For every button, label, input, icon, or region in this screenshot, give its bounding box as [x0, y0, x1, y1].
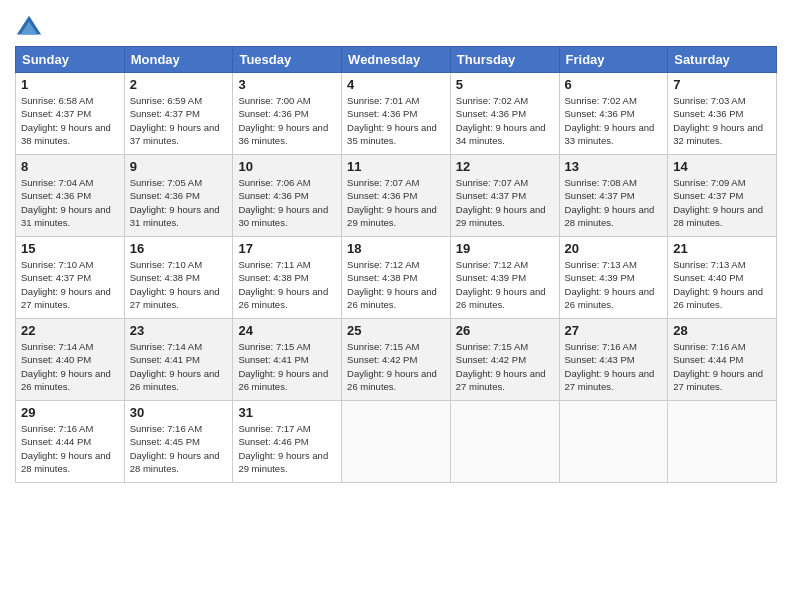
day-number: 15 [21, 241, 119, 256]
day-info: Sunrise: 6:58 AM Sunset: 4:37 PM Dayligh… [21, 94, 119, 147]
calendar-cell: 3 Sunrise: 7:00 AM Sunset: 4:36 PM Dayli… [233, 73, 342, 155]
day-number: 24 [238, 323, 336, 338]
day-number: 21 [673, 241, 771, 256]
day-number: 19 [456, 241, 554, 256]
calendar-cell [342, 401, 451, 483]
calendar-week-row: 8 Sunrise: 7:04 AM Sunset: 4:36 PM Dayli… [16, 155, 777, 237]
day-number: 26 [456, 323, 554, 338]
day-number: 28 [673, 323, 771, 338]
day-info: Sunrise: 7:16 AM Sunset: 4:44 PM Dayligh… [673, 340, 771, 393]
calendar-header-saturday: Saturday [668, 47, 777, 73]
day-info: Sunrise: 7:10 AM Sunset: 4:37 PM Dayligh… [21, 258, 119, 311]
day-number: 13 [565, 159, 663, 174]
calendar-cell: 20 Sunrise: 7:13 AM Sunset: 4:39 PM Dayl… [559, 237, 668, 319]
calendar-header-tuesday: Tuesday [233, 47, 342, 73]
day-info: Sunrise: 7:15 AM Sunset: 4:42 PM Dayligh… [347, 340, 445, 393]
day-info: Sunrise: 7:05 AM Sunset: 4:36 PM Dayligh… [130, 176, 228, 229]
day-info: Sunrise: 7:06 AM Sunset: 4:36 PM Dayligh… [238, 176, 336, 229]
calendar-cell: 16 Sunrise: 7:10 AM Sunset: 4:38 PM Dayl… [124, 237, 233, 319]
day-info: Sunrise: 7:15 AM Sunset: 4:41 PM Dayligh… [238, 340, 336, 393]
calendar-cell: 27 Sunrise: 7:16 AM Sunset: 4:43 PM Dayl… [559, 319, 668, 401]
day-number: 20 [565, 241, 663, 256]
day-number: 29 [21, 405, 119, 420]
calendar-week-row: 22 Sunrise: 7:14 AM Sunset: 4:40 PM Dayl… [16, 319, 777, 401]
day-info: Sunrise: 7:02 AM Sunset: 4:36 PM Dayligh… [456, 94, 554, 147]
calendar-header-row: SundayMondayTuesdayWednesdayThursdayFrid… [16, 47, 777, 73]
calendar-cell: 5 Sunrise: 7:02 AM Sunset: 4:36 PM Dayli… [450, 73, 559, 155]
day-number: 12 [456, 159, 554, 174]
day-number: 16 [130, 241, 228, 256]
calendar-cell: 1 Sunrise: 6:58 AM Sunset: 4:37 PM Dayli… [16, 73, 125, 155]
page-container: SundayMondayTuesdayWednesdayThursdayFrid… [0, 0, 792, 488]
header [15, 10, 777, 42]
calendar-cell: 26 Sunrise: 7:15 AM Sunset: 4:42 PM Dayl… [450, 319, 559, 401]
day-info: Sunrise: 7:12 AM Sunset: 4:39 PM Dayligh… [456, 258, 554, 311]
day-number: 17 [238, 241, 336, 256]
day-info: Sunrise: 7:16 AM Sunset: 4:43 PM Dayligh… [565, 340, 663, 393]
calendar-cell: 18 Sunrise: 7:12 AM Sunset: 4:38 PM Dayl… [342, 237, 451, 319]
calendar-week-row: 1 Sunrise: 6:58 AM Sunset: 4:37 PM Dayli… [16, 73, 777, 155]
calendar-cell [450, 401, 559, 483]
day-number: 9 [130, 159, 228, 174]
day-number: 23 [130, 323, 228, 338]
day-info: Sunrise: 7:14 AM Sunset: 4:40 PM Dayligh… [21, 340, 119, 393]
calendar-cell: 28 Sunrise: 7:16 AM Sunset: 4:44 PM Dayl… [668, 319, 777, 401]
day-number: 14 [673, 159, 771, 174]
day-number: 8 [21, 159, 119, 174]
calendar-cell: 15 Sunrise: 7:10 AM Sunset: 4:37 PM Dayl… [16, 237, 125, 319]
day-info: Sunrise: 7:03 AM Sunset: 4:36 PM Dayligh… [673, 94, 771, 147]
day-info: Sunrise: 7:13 AM Sunset: 4:39 PM Dayligh… [565, 258, 663, 311]
day-number: 3 [238, 77, 336, 92]
day-number: 1 [21, 77, 119, 92]
calendar-cell [559, 401, 668, 483]
day-info: Sunrise: 7:12 AM Sunset: 4:38 PM Dayligh… [347, 258, 445, 311]
day-number: 30 [130, 405, 228, 420]
day-info: Sunrise: 6:59 AM Sunset: 4:37 PM Dayligh… [130, 94, 228, 147]
day-number: 18 [347, 241, 445, 256]
day-number: 10 [238, 159, 336, 174]
day-number: 6 [565, 77, 663, 92]
day-info: Sunrise: 7:11 AM Sunset: 4:38 PM Dayligh… [238, 258, 336, 311]
calendar-cell: 25 Sunrise: 7:15 AM Sunset: 4:42 PM Dayl… [342, 319, 451, 401]
day-number: 4 [347, 77, 445, 92]
day-info: Sunrise: 7:02 AM Sunset: 4:36 PM Dayligh… [565, 94, 663, 147]
calendar-cell: 8 Sunrise: 7:04 AM Sunset: 4:36 PM Dayli… [16, 155, 125, 237]
calendar-cell: 24 Sunrise: 7:15 AM Sunset: 4:41 PM Dayl… [233, 319, 342, 401]
calendar-cell: 23 Sunrise: 7:14 AM Sunset: 4:41 PM Dayl… [124, 319, 233, 401]
calendar-cell: 17 Sunrise: 7:11 AM Sunset: 4:38 PM Dayl… [233, 237, 342, 319]
calendar-cell: 21 Sunrise: 7:13 AM Sunset: 4:40 PM Dayl… [668, 237, 777, 319]
calendar-week-row: 29 Sunrise: 7:16 AM Sunset: 4:44 PM Dayl… [16, 401, 777, 483]
calendar-header-thursday: Thursday [450, 47, 559, 73]
calendar: SundayMondayTuesdayWednesdayThursdayFrid… [15, 46, 777, 483]
calendar-week-row: 15 Sunrise: 7:10 AM Sunset: 4:37 PM Dayl… [16, 237, 777, 319]
day-number: 5 [456, 77, 554, 92]
calendar-cell: 13 Sunrise: 7:08 AM Sunset: 4:37 PM Dayl… [559, 155, 668, 237]
logo [15, 14, 45, 42]
day-number: 22 [21, 323, 119, 338]
calendar-cell: 6 Sunrise: 7:02 AM Sunset: 4:36 PM Dayli… [559, 73, 668, 155]
day-info: Sunrise: 7:15 AM Sunset: 4:42 PM Dayligh… [456, 340, 554, 393]
day-number: 2 [130, 77, 228, 92]
calendar-cell: 11 Sunrise: 7:07 AM Sunset: 4:36 PM Dayl… [342, 155, 451, 237]
day-number: 25 [347, 323, 445, 338]
day-number: 27 [565, 323, 663, 338]
calendar-cell: 22 Sunrise: 7:14 AM Sunset: 4:40 PM Dayl… [16, 319, 125, 401]
day-info: Sunrise: 7:17 AM Sunset: 4:46 PM Dayligh… [238, 422, 336, 475]
calendar-cell: 14 Sunrise: 7:09 AM Sunset: 4:37 PM Dayl… [668, 155, 777, 237]
day-number: 11 [347, 159, 445, 174]
day-number: 7 [673, 77, 771, 92]
day-info: Sunrise: 7:04 AM Sunset: 4:36 PM Dayligh… [21, 176, 119, 229]
day-info: Sunrise: 7:13 AM Sunset: 4:40 PM Dayligh… [673, 258, 771, 311]
calendar-header-sunday: Sunday [16, 47, 125, 73]
calendar-header-monday: Monday [124, 47, 233, 73]
day-info: Sunrise: 7:14 AM Sunset: 4:41 PM Dayligh… [130, 340, 228, 393]
day-info: Sunrise: 7:01 AM Sunset: 4:36 PM Dayligh… [347, 94, 445, 147]
calendar-cell: 19 Sunrise: 7:12 AM Sunset: 4:39 PM Dayl… [450, 237, 559, 319]
calendar-cell: 9 Sunrise: 7:05 AM Sunset: 4:36 PM Dayli… [124, 155, 233, 237]
calendar-cell: 2 Sunrise: 6:59 AM Sunset: 4:37 PM Dayli… [124, 73, 233, 155]
day-info: Sunrise: 7:09 AM Sunset: 4:37 PM Dayligh… [673, 176, 771, 229]
day-info: Sunrise: 7:07 AM Sunset: 4:36 PM Dayligh… [347, 176, 445, 229]
day-info: Sunrise: 7:16 AM Sunset: 4:45 PM Dayligh… [130, 422, 228, 475]
calendar-cell: 10 Sunrise: 7:06 AM Sunset: 4:36 PM Dayl… [233, 155, 342, 237]
calendar-cell: 29 Sunrise: 7:16 AM Sunset: 4:44 PM Dayl… [16, 401, 125, 483]
